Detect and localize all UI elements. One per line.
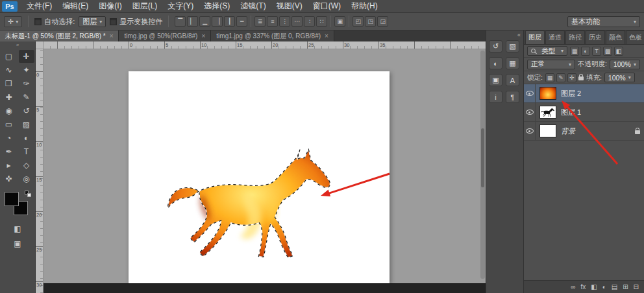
styles-panel-icon[interactable]: ▣ xyxy=(489,74,502,86)
default-colors-icon[interactable] xyxy=(25,191,32,198)
rectangular-marquee-tool[interactable]: ▢ xyxy=(1,50,17,63)
eyedropper-tool[interactable]: ✑ xyxy=(19,77,34,90)
layer-visibility-toggle[interactable] xyxy=(524,84,536,102)
new-adjustment-layer-icon[interactable]: ◐ xyxy=(602,284,606,290)
delete-layer-icon[interactable]: ⊟ xyxy=(634,284,639,290)
distribute-top-edges-icon[interactable]: ≣ xyxy=(254,16,266,27)
brush-tool[interactable]: ✎ xyxy=(19,91,34,104)
align-horizontal-centers-icon[interactable]: ━ xyxy=(236,16,247,27)
document-tab[interactable]: timg.jpg @ 50%(RGB/8#)× xyxy=(119,30,211,41)
menu-item[interactable]: 帮助(H) xyxy=(346,0,383,12)
filter-pixel-layers-icon[interactable]: ▦ xyxy=(570,47,579,56)
menu-item[interactable]: 视图(V) xyxy=(271,0,308,12)
quick-selection-tool[interactable]: ✦ xyxy=(19,64,34,76)
pen-tool[interactable]: ✒ xyxy=(1,145,17,158)
eraser-tool[interactable]: ▭ xyxy=(1,118,17,131)
menu-item[interactable]: 选择(S) xyxy=(199,0,235,12)
3d-pan-icon[interactable]: ◲ xyxy=(377,16,388,27)
layer-row[interactable]: 图层 2 xyxy=(524,84,644,103)
character-panel-icon[interactable]: A xyxy=(506,74,519,86)
lock-all-icon[interactable] xyxy=(578,76,584,80)
dodge-tool[interactable]: ◐ xyxy=(19,132,34,145)
distribute-horizontal-centers-icon[interactable]: ∶ xyxy=(304,16,315,27)
new-group-icon[interactable]: ▤ xyxy=(612,284,617,290)
screen-mode-button[interactable]: ▣ xyxy=(10,238,25,250)
lock-transparent-pixels-icon[interactable]: ▦ xyxy=(545,73,554,82)
auto-select-checkbox[interactable] xyxy=(34,18,42,25)
align-top-edges-icon[interactable]: ▔ xyxy=(175,16,186,27)
filter-smart-objects-icon[interactable]: ◧ xyxy=(614,47,623,56)
paragraph-panel-icon[interactable]: ¶ xyxy=(506,91,519,103)
hand-tool[interactable]: ✜ xyxy=(1,172,17,185)
layer-thumbnail[interactable] xyxy=(539,87,556,100)
collapse-dock-icon[interactable]: « xyxy=(486,30,523,39)
vertical-scrollbar[interactable] xyxy=(480,51,485,279)
align-left-edges-icon[interactable]: ▏ xyxy=(187,16,198,27)
document-tab[interactable]: 未标题-1 @ 50% (图层 2, RGB/8) *× xyxy=(0,30,119,41)
align-vertical-centers-icon[interactable]: ┃ xyxy=(224,16,235,27)
auto-align-layers-icon[interactable]: ▣ xyxy=(334,16,345,27)
distribute-right-edges-icon[interactable]: ∷ xyxy=(316,16,327,27)
distribute-vertical-centers-icon[interactable]: ≡ xyxy=(267,16,278,27)
align-bottom-edges-icon[interactable]: ▁ xyxy=(199,16,210,27)
clone-stamp-tool[interactable]: ◉ xyxy=(1,104,17,117)
panel-tab[interactable]: 色板 xyxy=(626,30,644,44)
distribute-bottom-edges-icon[interactable]: ⋮ xyxy=(279,16,290,27)
close-tab-icon[interactable]: × xyxy=(325,32,328,40)
toolbar-collapse-icon[interactable]: « xyxy=(0,41,35,49)
gradient-tool[interactable]: ▨ xyxy=(19,118,34,131)
layer-row[interactable]: 背景 xyxy=(524,122,644,141)
document-tab[interactable]: timg1.jpg @ 337% (图层 0, RGB/8#)× xyxy=(211,30,334,41)
link-layers-icon[interactable]: ∞ xyxy=(571,284,575,290)
fire-horse-selection[interactable] xyxy=(166,131,340,272)
menu-item[interactable]: 编辑(E) xyxy=(57,0,93,12)
close-tab-icon[interactable]: × xyxy=(201,32,205,40)
layer-style-icon[interactable]: fx xyxy=(580,284,586,290)
menu-item[interactable]: 文字(Y) xyxy=(162,0,199,12)
path-selection-tool[interactable]: ▸ xyxy=(1,159,17,172)
show-transform-checkbox[interactable] xyxy=(110,18,117,25)
menu-item[interactable]: 窗口(W) xyxy=(308,0,346,12)
align-right-edges-icon[interactable]: ▕ xyxy=(212,16,223,27)
menu-item[interactable]: 滤镜(T) xyxy=(235,0,271,12)
3d-roll-icon[interactable]: ◳ xyxy=(365,16,376,27)
layer-thumbnail[interactable] xyxy=(539,124,556,137)
filter-shape-layers-icon[interactable]: ▩ xyxy=(603,47,612,56)
ruler-origin-box[interactable] xyxy=(36,41,43,49)
filter-type-layers-icon[interactable]: T xyxy=(592,47,601,56)
blend-mode-dropdown[interactable]: 正常 ▾ xyxy=(527,60,575,69)
history-brush-tool[interactable]: ↺ xyxy=(19,104,34,117)
document-canvas[interactable] xyxy=(129,71,390,283)
distribute-left-edges-icon[interactable]: ⋯ xyxy=(291,16,303,27)
info-panel-icon[interactable]: i xyxy=(489,91,502,103)
color-panel-icon[interactable]: ▧ xyxy=(506,40,519,53)
workspace-switcher[interactable]: 基本功能 ▾ xyxy=(567,16,640,27)
spot-healing-brush-tool[interactable]: ✚ xyxy=(1,91,17,104)
menu-item[interactable]: 图像(I) xyxy=(93,0,127,12)
foreground-color-swatch[interactable] xyxy=(5,192,19,206)
auto-select-target-dropdown[interactable]: 图层 ▾ xyxy=(79,16,106,27)
tool-preset-picker[interactable]: ✛ ▾ xyxy=(4,16,22,27)
history-panel-icon[interactable]: ↺ xyxy=(489,40,502,53)
lasso-tool[interactable]: ∿ xyxy=(1,64,17,76)
3d-rotate-icon[interactable]: ◰ xyxy=(353,16,364,27)
crop-tool[interactable]: ❒ xyxy=(1,77,17,90)
layer-thumbnail[interactable] xyxy=(539,106,556,119)
lock-image-pixels-icon[interactable]: ✎ xyxy=(556,73,565,82)
layer-filter-kind-dropdown[interactable]: 类型 ▾ xyxy=(527,46,567,56)
add-layer-mask-icon[interactable]: ◧ xyxy=(591,284,597,290)
panel-tab[interactable]: 图层 xyxy=(525,30,545,44)
opacity-dropdown[interactable]: 100% ▾ xyxy=(610,60,640,69)
panel-tab[interactable]: 通道 xyxy=(545,30,565,44)
close-tab-icon[interactable]: × xyxy=(110,32,114,40)
zoom-tool[interactable]: ◎ xyxy=(19,172,34,185)
panel-tab[interactable]: 路径 xyxy=(565,30,585,44)
quick-mask-button[interactable]: ◧ xyxy=(10,223,25,235)
swatches-panel-icon[interactable]: ▦ xyxy=(506,57,519,69)
blur-tool[interactable]: ◔ xyxy=(1,132,17,145)
new-layer-icon[interactable]: ⊞ xyxy=(623,284,628,290)
adjustments-panel-icon[interactable]: ◐ xyxy=(489,57,502,69)
lock-position-icon[interactable]: ✛ xyxy=(567,73,576,82)
menu-item[interactable]: 图层(L) xyxy=(127,0,163,12)
panel-tab[interactable]: 历史 xyxy=(586,30,605,44)
